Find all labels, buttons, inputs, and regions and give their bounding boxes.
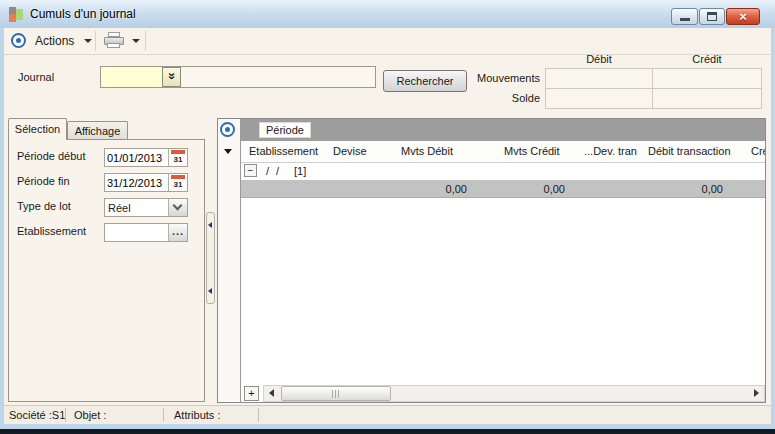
- mouvements-credit-field: [652, 68, 762, 89]
- scroll-right-button[interactable]: [748, 386, 764, 401]
- window-bottom-edge: [0, 429, 775, 434]
- status-objet: Objet :: [74, 409, 106, 421]
- periode-debut-label: Période début: [17, 150, 86, 162]
- periode-debut-field[interactable]: 31: [104, 148, 188, 167]
- group-date-value: / /: [266, 165, 281, 177]
- periode-fin-field[interactable]: 31: [104, 173, 188, 192]
- solde-label: Solde: [425, 92, 540, 104]
- column-header-etablissement[interactable]: Etablissement: [249, 145, 318, 157]
- status-separator: [258, 408, 259, 422]
- journal-lookup-button[interactable]: »: [162, 67, 181, 87]
- add-row-button[interactable]: +: [244, 386, 259, 401]
- ellipsis-icon: ...: [169, 225, 187, 237]
- group-count-badge: [1]: [294, 165, 306, 177]
- status-separator: [163, 408, 164, 422]
- calendar-button[interactable]: 31: [168, 149, 187, 166]
- app-icon-gray-square: [9, 7, 16, 14]
- periode-debut-input[interactable]: [105, 149, 167, 166]
- collapse-left-icon[interactable]: [208, 222, 212, 228]
- mouvements-label: Mouvements: [425, 72, 540, 84]
- group-by-bar: Période: [241, 119, 765, 141]
- journal-input[interactable]: [101, 67, 162, 87]
- etablissement-label: Etablissement: [17, 225, 86, 237]
- lookup-ellipsis-button[interactable]: ...: [168, 224, 187, 241]
- window: Cumuls d'un journal × Actions Journal »: [0, 0, 775, 434]
- tab-affichage[interactable]: Affichage: [67, 121, 128, 140]
- grid-menu-arrow-icon[interactable]: [224, 149, 232, 154]
- journal-label: Journal: [18, 71, 54, 83]
- chevron-down-icon: [173, 201, 183, 211]
- panel-splitter[interactable]: [206, 212, 215, 304]
- calendar-button[interactable]: 31: [168, 174, 187, 191]
- close-icon: ×: [727, 9, 759, 24]
- restore-icon: [707, 12, 717, 21]
- titlebar: Cumuls d'un journal ×: [0, 0, 775, 28]
- dropdown-button[interactable]: [168, 199, 187, 216]
- calendar-day: 31: [169, 179, 187, 190]
- periode-fin-input[interactable]: [105, 174, 167, 191]
- mouvements-debit-field: [545, 68, 653, 89]
- window-title: Cumuls d'un journal: [30, 7, 136, 21]
- minimize-icon: [680, 18, 690, 21]
- group-chip-periode[interactable]: Période: [259, 122, 311, 138]
- print-dropdown-icon[interactable]: [132, 39, 140, 43]
- summary-mvts-debit: 0,00: [446, 183, 467, 195]
- column-header-dev-tran[interactable]: ...Dev. tran: [584, 145, 637, 157]
- summary-debit-transaction: 0,00: [702, 183, 723, 195]
- column-header-debit-transaction[interactable]: Débit transaction: [648, 145, 731, 157]
- periode-fin-label: Période fin: [17, 175, 70, 187]
- type-de-lot-label: Type de lot: [17, 200, 71, 212]
- credit-column-label: Crédit: [652, 53, 762, 65]
- toolbar-separator: [95, 31, 96, 51]
- collapse-group-button[interactable]: −: [244, 164, 257, 177]
- status-attributs: Attributs :: [174, 409, 220, 421]
- grid-selector-strip: [218, 119, 241, 402]
- scrollbar-thumb[interactable]: [281, 386, 391, 401]
- column-header-credit-transaction[interactable]: Cré: [751, 145, 765, 157]
- app-icon-green-square: [16, 9, 23, 20]
- grid-target-icon[interactable]: [220, 122, 235, 137]
- actions-button[interactable]: Actions: [35, 34, 74, 48]
- toolbar: Actions: [4, 28, 771, 55]
- summary-row: 0,00 0,00 0,00: [241, 180, 765, 198]
- etablissement-field[interactable]: ...: [104, 223, 188, 242]
- restore-button[interactable]: [699, 8, 725, 25]
- horizontal-scrollbar[interactable]: [263, 385, 765, 402]
- status-separator: [65, 408, 66, 422]
- toolbar-separator: [145, 31, 146, 51]
- type-de-lot-value: Réel: [108, 200, 131, 216]
- column-header-mvts-credit[interactable]: Mvts Crédit: [504, 145, 560, 157]
- close-button[interactable]: ×: [726, 8, 760, 25]
- arrow-right-icon: [754, 389, 759, 397]
- results-grid: Période Etablissement Devise Mvts Débit …: [217, 118, 766, 403]
- scroll-left-button[interactable]: [264, 386, 280, 401]
- minimize-button[interactable]: [671, 8, 698, 25]
- calendar-day: 31: [169, 154, 187, 165]
- solde-credit-field: [652, 88, 762, 109]
- arrow-left-icon: [269, 389, 274, 397]
- collapse-left-icon[interactable]: [208, 288, 212, 294]
- summary-mvts-credit: 0,00: [544, 183, 565, 195]
- debit-column-label: Débit: [545, 53, 653, 65]
- scrollbar-grip-icon: [332, 390, 340, 398]
- journal-field[interactable]: »: [100, 66, 376, 88]
- column-header-devise[interactable]: Devise: [333, 145, 367, 157]
- column-header-mvts-debit[interactable]: Mvts Débit: [401, 145, 453, 157]
- status-bar: Société :S1 Objet : Attributs :: [4, 405, 771, 424]
- grid-header-row: Etablissement Devise Mvts Débit Mvts Cré…: [241, 141, 765, 163]
- tab-selection[interactable]: Sélection: [8, 118, 67, 140]
- status-societe: Société :S1: [9, 409, 65, 421]
- double-chevron-icon: »: [164, 68, 180, 85]
- solde-debit-field: [545, 88, 653, 109]
- app-icon-orange-square: [9, 14, 16, 22]
- selection-panel: Période début 31 Période fin 31 Type de …: [8, 139, 205, 402]
- type-de-lot-select[interactable]: Réel: [104, 198, 188, 217]
- target-icon[interactable]: [11, 33, 26, 48]
- app-icon: [9, 7, 23, 22]
- actions-dropdown-icon[interactable]: [84, 39, 92, 43]
- printer-icon[interactable]: [104, 32, 125, 49]
- etablissement-input[interactable]: [105, 224, 167, 241]
- group-row: − / / [1]: [241, 163, 765, 180]
- printer-tray: [107, 43, 120, 48]
